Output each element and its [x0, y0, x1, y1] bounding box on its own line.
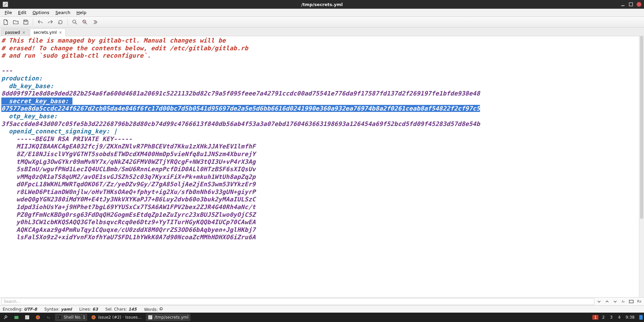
find-replace-button[interactable] — [81, 18, 89, 26]
tab-passwd[interactable]: passwd × — [1, 28, 29, 36]
search-word-icon[interactable] — [628, 298, 635, 305]
svg-rect-1 — [629, 3, 633, 6]
status-lines: Lines: 63 — [79, 307, 98, 312]
tab-label: passwd — [5, 30, 20, 35]
tab-strip: passwd × secrets.yml × — [0, 27, 644, 36]
workspace-3[interactable]: 3 — [608, 315, 614, 320]
workspace-1[interactable]: 1 — [592, 315, 598, 320]
svg-line-7 — [83, 20, 86, 22]
maximize-button[interactable] — [629, 2, 633, 7]
svg-rect-10 — [25, 315, 29, 319]
undo-button[interactable] — [37, 18, 44, 26]
workspace-2[interactable]: 2 — [600, 315, 606, 320]
new-file-button[interactable] — [2, 18, 9, 26]
status-words: Words: — [144, 307, 163, 312]
taskbar-item-firefox[interactable]: issue2 (#2) · Issues… — [89, 314, 144, 321]
window-title: /tmp/secrets.yml — [0, 2, 644, 7]
search-input[interactable] — [1, 298, 594, 305]
svg-rect-2 — [24, 20, 26, 21]
svg-line-6 — [86, 22, 87, 24]
redo-button[interactable] — [47, 18, 54, 26]
taskbar-files-icon[interactable] — [12, 314, 21, 321]
status-syntax: Syntax: yaml — [44, 307, 72, 312]
vertical-scrollbar[interactable] — [639, 36, 644, 297]
reload-button[interactable] — [57, 18, 64, 26]
close-button[interactable] — [637, 2, 641, 7]
menu-search[interactable]: Search — [53, 9, 73, 16]
svg-point-16 — [93, 316, 95, 318]
svg-rect-8 — [629, 300, 633, 303]
editor-area[interactable]: # This file is managed by gitlab-ctl. Ma… — [0, 36, 644, 297]
menubar: File Edit Options Search Help — [0, 9, 644, 17]
menu-help[interactable]: Help — [74, 9, 89, 16]
taskbar-terminal-icon[interactable] — [44, 314, 53, 321]
search-bar: Aa Rx — [0, 297, 644, 305]
svg-point-12 — [37, 316, 39, 318]
toolbar — [0, 17, 644, 27]
svg-line-4 — [75, 22, 77, 24]
save-button[interactable] — [22, 18, 30, 26]
workspace-4[interactable]: 4 — [616, 315, 622, 320]
taskbar-firefox-icon[interactable] — [34, 314, 42, 321]
notification-icon[interactable] — [639, 315, 643, 320]
svg-rect-9 — [14, 316, 18, 319]
search-dropdown-icon[interactable] — [596, 298, 602, 305]
search-prev-icon[interactable] — [604, 298, 610, 305]
menu-edit[interactable]: Edit — [15, 9, 29, 16]
taskbar-item-label: issue2 (#2) · Issues… — [98, 315, 142, 320]
taskbar-clock: 9:38 — [624, 315, 636, 320]
separator — [67, 19, 68, 25]
more-button[interactable] — [91, 18, 99, 26]
close-icon[interactable]: × — [22, 30, 25, 35]
os-taskbar: Shell No. 1 issue2 (#2) · Issues… /tmp/s… — [0, 313, 644, 322]
status-selection: Sel. Chars: 145 — [105, 307, 137, 312]
minimize-button[interactable] — [621, 2, 625, 7]
menu-options[interactable]: Options — [30, 9, 52, 16]
svg-rect-17 — [148, 315, 152, 319]
taskbar-tools-icon[interactable] — [1, 314, 10, 321]
tab-secrets[interactable]: secrets.yml × — [30, 28, 66, 36]
separator — [33, 19, 33, 25]
close-icon[interactable]: × — [59, 30, 62, 35]
open-file-button[interactable] — [12, 18, 19, 26]
tab-label: secrets.yml — [34, 30, 57, 35]
taskbar-item-label: /tmp/secrets.yml — [155, 315, 189, 320]
status-bar: Encoding: UTF-8 Syntax: yaml Lines: 63 S… — [0, 305, 644, 313]
menu-file[interactable]: File — [2, 9, 15, 16]
search-next-icon[interactable] — [612, 298, 619, 305]
taskbar-item-editor[interactable]: /tmp/secrets.yml — [146, 314, 191, 321]
taskbar-item-label: Shell No. 1 — [64, 315, 85, 320]
window-titlebar: /tmp/secrets.yml — [0, 0, 644, 9]
search-case-icon[interactable]: Aa — [620, 298, 627, 305]
svg-rect-14 — [57, 316, 61, 319]
taskbar-item-shell[interactable]: Shell No. 1 — [55, 314, 87, 321]
taskbar-editor-icon[interactable] — [23, 314, 32, 321]
svg-point-3 — [73, 20, 76, 23]
status-encoding: Encoding: UTF-8 — [3, 307, 37, 312]
app-icon — [3, 2, 8, 7]
search-regex-icon[interactable]: Rx — [636, 298, 643, 305]
editor-content[interactable]: # This file is managed by gitlab-ctl. Ma… — [0, 36, 644, 242]
svg-rect-13 — [47, 316, 51, 319]
find-button[interactable] — [71, 18, 78, 26]
